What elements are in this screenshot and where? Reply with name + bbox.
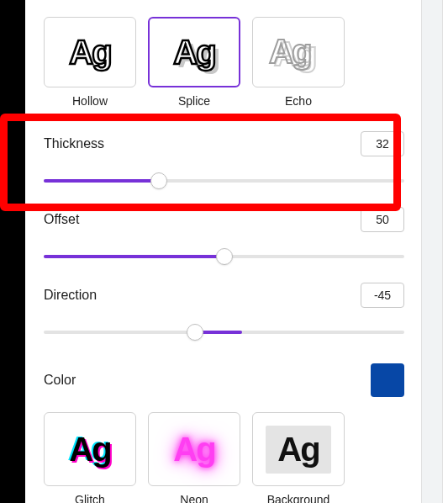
style-label-echo: Echo [252, 94, 345, 108]
thickness-label: Thickness [44, 136, 104, 151]
effect-label-neon: Neon [148, 493, 240, 503]
direction-value-input[interactable]: -45 [361, 283, 404, 308]
thickness-slider-thumb[interactable] [150, 172, 167, 189]
effect-preview-neon: Ag [173, 431, 214, 469]
offset-slider[interactable] [44, 244, 404, 269]
thickness-value-input[interactable]: 32 [361, 131, 404, 156]
style-preview-echo [269, 33, 328, 71]
style-label-splice: Splice [148, 94, 240, 108]
text-effects-panel: Ag Ag Hollow Splice Echo Thickness 32 [25, 0, 421, 503]
style-card-hollow[interactable]: Ag [44, 17, 136, 87]
offset-label: Offset [44, 212, 79, 227]
style-preview-hollow: Ag [69, 34, 110, 71]
effect-card-neon[interactable]: Ag [148, 412, 240, 486]
offset-value-input[interactable]: 50 [361, 207, 404, 232]
effect-preview-glitch: AgAgAg [69, 431, 110, 469]
style-label-hollow: Hollow [44, 94, 136, 108]
effect-label-glitch: Glitch [44, 493, 136, 503]
effect-label-background: Background [252, 493, 345, 503]
thickness-slider[interactable] [44, 168, 404, 193]
style-preview-splice: Ag [173, 34, 214, 71]
direction-slider[interactable] [44, 320, 404, 345]
window-edge [443, 0, 448, 503]
offset-slider-thumb[interactable] [216, 248, 233, 265]
app-sidebar-strip [0, 0, 25, 503]
right-gutter [421, 0, 443, 503]
direction-slider-thumb[interactable] [187, 324, 203, 341]
style-card-echo[interactable] [252, 17, 345, 87]
style-card-splice[interactable]: Ag [148, 17, 240, 87]
effect-preview-background: Ag [266, 426, 330, 474]
direction-label: Direction [44, 288, 97, 303]
effect-card-background[interactable]: Ag [252, 412, 345, 486]
color-label: Color [44, 373, 76, 388]
effect-card-glitch[interactable]: AgAgAg [44, 412, 136, 486]
color-swatch[interactable] [371, 363, 404, 397]
